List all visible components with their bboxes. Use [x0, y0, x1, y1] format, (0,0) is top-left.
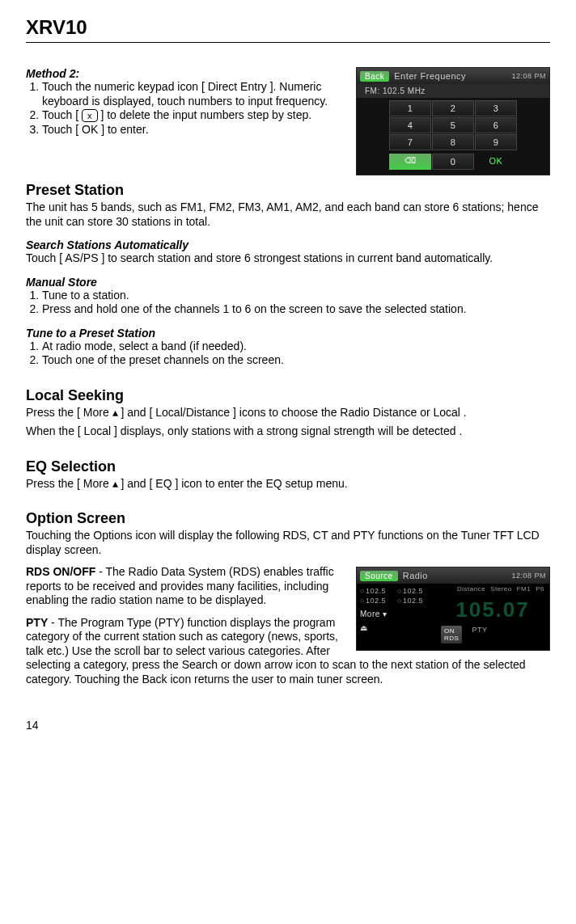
rs-pty-button[interactable]: PTY [472, 626, 487, 643]
local-line1: Press the [ More ▴ ] and [ Local/Distanc… [26, 406, 550, 420]
tune-item-2: Touch one of the preset channels on the … [42, 353, 550, 368]
rds-label: RDS ON/OFF [26, 565, 95, 578]
kp-key-4[interactable]: 4 [389, 117, 431, 133]
rs-more[interactable]: More ▾ [360, 610, 396, 618]
preset-body: The unit has 5 bands, such as FM1, FM2, … [26, 200, 550, 229]
rs-source-button[interactable]: Source [360, 571, 398, 581]
kp-delete[interactable]: ⌫ [389, 154, 431, 170]
manual-item-1: Tune to a station. [42, 289, 550, 303]
kp-fm-line: FM: 102.5 MHz [357, 84, 549, 99]
preset-heading: Preset Station [26, 182, 550, 199]
kp-key-9[interactable]: 9 [475, 134, 517, 150]
tune-heading: Tune to a Preset Station [26, 327, 550, 340]
page-number: 14 [26, 719, 550, 732]
manual-list: Tune to a station. Press and hold one of… [26, 289, 550, 317]
rs-rds-toggle[interactable]: ON RDS [441, 626, 462, 643]
rs-clock: 12:08 PM [511, 572, 546, 580]
kp-key-3[interactable]: 3 [475, 100, 517, 116]
kp-ok[interactable]: OK [475, 154, 517, 170]
auto-body: Touch [ AS/PS ] to search station and st… [26, 251, 550, 266]
rs-meta-stereo: Stereo [490, 585, 512, 593]
kp-clock: 12:08 PM [511, 72, 546, 80]
kp-back-button[interactable]: Back [360, 71, 389, 82]
kp-key-6[interactable]: 6 [475, 117, 517, 133]
kp-key-7[interactable]: 7 [389, 134, 431, 150]
eq-heading: EQ Selection [26, 458, 550, 475]
radio-screenshot: Source Radio 12:08 PM 102.5 102.5 102.5 … [356, 567, 550, 651]
rs-meta-preset: P6 [536, 585, 544, 593]
local-line2: When the [ Local ] displays, only statio… [26, 424, 550, 439]
manual-item-2: Press and hold one of the channels 1 to … [42, 302, 550, 317]
kp-title: Enter Frequency [394, 71, 506, 81]
rs-big-frequency: 105.07 [441, 597, 544, 622]
rs-preset-2[interactable]: 102.5 [397, 587, 433, 595]
tune-item-1: At radio mode, select a band (if needed)… [42, 340, 550, 354]
rs-eject-icon[interactable]: ⏏ [360, 623, 396, 632]
rs-preset-4[interactable]: 102.5 [397, 597, 433, 605]
pty-label: PTY [26, 616, 48, 629]
rs-meta-distance: Distance [457, 585, 485, 593]
header-rule [26, 42, 550, 43]
local-heading: Local Seeking [26, 387, 550, 404]
rs-preset-3[interactable]: 102.5 [360, 597, 396, 605]
kp-key-2[interactable]: 2 [432, 100, 474, 116]
rs-preset-1[interactable]: 102.5 [360, 587, 396, 595]
option-heading: Option Screen [26, 510, 550, 527]
manual-heading: Manual Store [26, 276, 550, 289]
page-title: XRV10 [26, 16, 550, 39]
delete-key-icon: x [82, 109, 98, 122]
auto-heading: Search Stations Automatically [26, 238, 550, 251]
eq-body: Press the [ More ▴ ] and [ EQ ] icon to … [26, 477, 550, 492]
option-intro: Touching the Options icon will display t… [26, 529, 550, 557]
keypad-screenshot: Back Enter Frequency 12:08 PM FM: 102.5 … [356, 67, 550, 175]
kp-key-0[interactable]: 0 [432, 154, 474, 170]
kp-key-1[interactable]: 1 [389, 100, 431, 116]
rs-meta-band: FM1 [517, 585, 532, 593]
tune-list: At radio mode, select a band (if needed)… [26, 340, 550, 368]
kp-key-5[interactable]: 5 [432, 117, 474, 133]
kp-key-8[interactable]: 8 [432, 134, 474, 150]
rs-title: Radio [403, 571, 507, 580]
